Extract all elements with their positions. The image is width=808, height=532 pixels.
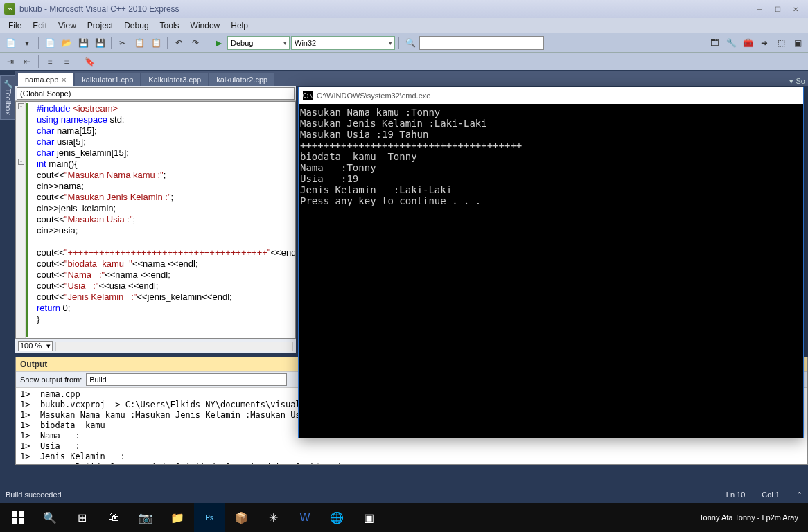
config-dropdown[interactable]: Debug	[227, 36, 290, 50]
output-source-dropdown[interactable]: Build	[86, 373, 287, 386]
store-icon[interactable]: 🛍	[98, 503, 129, 532]
status-message: Build succeeded	[6, 490, 62, 499]
left-dock: 🔧Toolbox	[0, 71, 15, 497]
toolbox-tab[interactable]: 🔧Toolbox	[0, 75, 15, 120]
platform-dropdown[interactable]: Win32	[291, 36, 395, 50]
minimize-button[interactable]: ─	[751, 3, 768, 15]
app-icon-2[interactable]: 📦	[226, 503, 256, 532]
outdent-icon[interactable]: ⇤	[19, 54, 35, 69]
main-toolbar: 📄 ▾ 📄 📂 💾 💾 ✂ 📋 📋 ↶ ↷ ▶ Debug Win32 🔍 🗔 …	[0, 33, 808, 53]
redo-icon[interactable]: ↷	[188, 35, 203, 51]
uncomment-icon[interactable]: ≡	[59, 54, 74, 69]
cmd-output: Masukan Nama kamu :Tonny Masukan Jenis K…	[299, 104, 803, 209]
search-input[interactable]	[419, 36, 544, 50]
output-from-label: Show output from:	[20, 375, 82, 384]
outline-toggle[interactable]: -	[18, 103, 24, 109]
menu-bar: File Edit View Project Debug Tools Windo…	[0, 18, 808, 33]
close-icon[interactable]: ✕	[61, 76, 67, 84]
menu-window[interactable]: Window	[185, 19, 226, 32]
photoshop-icon[interactable]: Ps	[194, 503, 225, 532]
menu-help[interactable]: Help	[225, 19, 254, 32]
start-page-icon[interactable]: ➜	[757, 35, 772, 51]
app-icon-3[interactable]: ✳	[258, 503, 288, 532]
cmd-window[interactable]: C:\ C:\WINDOWS\system32\cmd.exe Masukan …	[298, 87, 804, 438]
ext-manager-icon[interactable]: ⬚	[773, 35, 789, 51]
app-icon: ∞	[4, 3, 15, 15]
tabs-overflow[interactable]: ▾ So	[787, 77, 808, 86]
start-button[interactable]	[3, 503, 33, 532]
svg-rect-2	[12, 518, 17, 524]
cut-icon[interactable]: ✂	[115, 35, 130, 51]
editor-tabs: nama.cpp✕ kalkulator1.cpp Kalkulator3.cp…	[15, 71, 808, 86]
editor-statusbar: 100 %▾	[15, 339, 296, 353]
status-col: Col 1	[762, 490, 780, 499]
code-editor[interactable]: - #include <iostream> using namespace st…	[15, 101, 296, 339]
menu-tools[interactable]: Tools	[155, 19, 185, 32]
outline-toggle-2[interactable]: -	[18, 159, 24, 165]
maximize-button[interactable]: ☐	[769, 3, 786, 15]
indent-icon[interactable]: ⇥	[3, 54, 18, 69]
chrome-icon[interactable]: 🌐	[322, 503, 352, 532]
zoom-dropdown[interactable]: 100 %▾	[18, 341, 53, 351]
menu-debug[interactable]: Debug	[118, 19, 154, 32]
comment-icon[interactable]: ≡	[42, 54, 58, 69]
solution-explorer-icon[interactable]: 🗔	[707, 35, 722, 51]
tab-kalkulator2[interactable]: kalkulator2.cpp	[209, 73, 274, 86]
window-titlebar: ∞ bukub - Microsoft Visual C++ 2010 Expr…	[0, 0, 808, 18]
menu-project[interactable]: Project	[82, 19, 118, 32]
tab-kalkulator3[interactable]: Kalkulator3.cpp	[141, 73, 208, 86]
undo-icon[interactable]: ↶	[171, 35, 186, 51]
find-icon[interactable]: 🔍	[403, 35, 418, 51]
start-debug-icon[interactable]: ▶	[211, 35, 226, 51]
save-all-icon[interactable]: 💾	[92, 35, 107, 51]
save-icon[interactable]: 💾	[76, 35, 91, 51]
properties-icon[interactable]: 🔧	[723, 35, 739, 51]
new-file-icon[interactable]: 📄	[42, 35, 58, 51]
new-project-icon[interactable]: 📄	[3, 35, 18, 51]
editor-gutter	[16, 102, 26, 338]
tab-kalkulator1[interactable]: kalkulator1.cpp	[75, 73, 140, 86]
copy-icon[interactable]: 📋	[132, 35, 147, 51]
close-button[interactable]: ✕	[787, 3, 804, 15]
menu-edit[interactable]: Edit	[27, 19, 53, 32]
windows-taskbar: 🔍 ⊞ 🛍 📷 📁 Ps 📦 ✳ W 🌐 ▣ Tonny Afa Tonny -…	[0, 503, 808, 532]
svg-rect-1	[19, 511, 24, 517]
change-marker	[26, 103, 28, 337]
window-icon[interactable]: ▣	[790, 35, 805, 51]
taskbar-user: Tonny Afa Tonny - Lp2m Aray	[692, 513, 805, 522]
cmd-title: C:\WINDOWS\system32\cmd.exe	[317, 91, 430, 100]
open-icon[interactable]: 📂	[59, 35, 74, 51]
status-line: Ln 10	[726, 490, 746, 499]
paste-icon[interactable]: 📋	[148, 35, 164, 51]
app-icon-1[interactable]: 📷	[130, 503, 161, 532]
scope-dropdown[interactable]: (Global Scope)	[17, 87, 295, 100]
bookmark-icon[interactable]: 🔖	[82, 54, 97, 69]
add-item-icon[interactable]: ▾	[19, 35, 35, 51]
horizontal-scrollbar[interactable]	[55, 342, 293, 351]
cmd-titlebar[interactable]: C:\ C:\WINDOWS\system32\cmd.exe	[299, 87, 803, 104]
svg-rect-0	[12, 511, 17, 517]
menu-file[interactable]: File	[3, 19, 27, 32]
cmd-taskbar-icon[interactable]: ▣	[353, 503, 384, 532]
toolbox-icon[interactable]: 🧰	[740, 35, 755, 51]
explorer-icon[interactable]: 📁	[162, 503, 193, 532]
word-icon[interactable]: W	[290, 503, 320, 532]
tab-nama[interactable]: nama.cpp✕	[18, 73, 73, 86]
search-icon[interactable]: 🔍	[35, 503, 65, 532]
task-view-icon[interactable]: ⊞	[67, 503, 97, 532]
svg-rect-3	[19, 518, 24, 524]
secondary-toolbar: ⇥ ⇤ ≡ ≡ 🔖	[0, 53, 808, 71]
status-chevron[interactable]: ⌃	[796, 490, 802, 499]
window-title: bukub - Microsoft Visual C++ 2010 Expres…	[19, 4, 179, 14]
scope-bar: (Global Scope)	[15, 86, 296, 101]
status-bar: Build succeeded Ln 10 Col 1 ⌃	[0, 486, 808, 503]
cmd-icon: C:\	[303, 91, 313, 100]
menu-view[interactable]: View	[53, 19, 82, 32]
